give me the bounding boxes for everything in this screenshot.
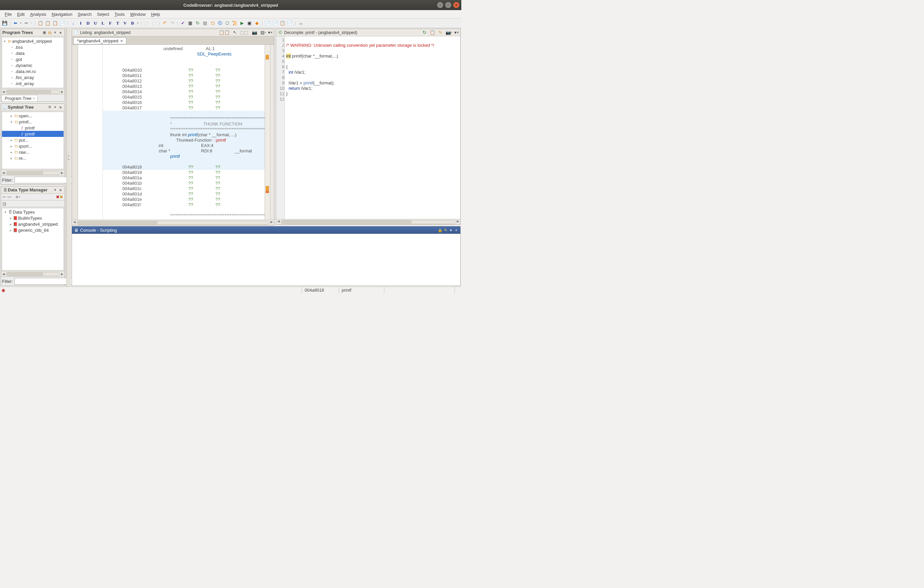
script-icon[interactable]: 📜 [231, 20, 238, 26]
program-trees-tree[interactable]: ▾🗁angbandv4_stripped ▫.bss▫.data▫.got▫.d… [2, 37, 64, 88]
nav-back-icon[interactable]: ⬅ [12, 20, 19, 26]
nav-back-dropdown-icon[interactable]: ▾ [20, 20, 22, 26]
listing-code[interactable]: undefinedAL:1SDL_PeepEvents 004a8010????… [103, 45, 265, 220]
listing-copy-icon[interactable]: 📋 [219, 30, 224, 35]
notes3-icon[interactable]: 📋 [279, 20, 286, 26]
window-close-button[interactable]: × [453, 2, 459, 8]
graph-icon[interactable]: ⬡ [224, 20, 231, 26]
chip-icon[interactable]: ▦ [187, 20, 194, 26]
refresh-icon[interactable]: ↻ [194, 20, 201, 26]
menu-analysis[interactable]: Analysis [27, 11, 49, 18]
arrow-down-icon[interactable]: ↓ [70, 20, 77, 26]
dtm-fwd-icon[interactable]: ➡ [7, 195, 11, 200]
tree-section[interactable]: ▫.init_array [2, 80, 64, 86]
dtm-list-icon[interactable]: ▤ [2, 201, 7, 206]
symbol-tree[interactable]: ▸🗀open...▾🗀printf...ƒprintfƒprintf▸🗀put.… [2, 112, 64, 169]
program-trees-btn2-icon[interactable]: 🗀 [47, 30, 53, 35]
letter-d-icon[interactable]: D [85, 20, 91, 26]
program-tree-tab[interactable]: Program Tree× [2, 95, 38, 102]
tree-section[interactable]: ▫.data [2, 50, 64, 56]
folder-icon[interactable]: 🗀 [209, 20, 216, 26]
letter-f-icon[interactable]: F [107, 20, 114, 26]
letter-l-icon[interactable]: L [99, 20, 106, 26]
symbol-folder[interactable]: ▾🗀printf... [2, 119, 64, 125]
letter-t-icon[interactable]: T [114, 20, 121, 26]
menu-file[interactable]: File [2, 11, 15, 18]
copy-icon[interactable]: 📋 [37, 20, 44, 26]
dtm-x2-icon[interactable]: ✖ [59, 195, 63, 200]
dtm-back-icon[interactable]: ⬅ [2, 195, 6, 200]
class-icon[interactable]: Ⓒ [216, 20, 223, 26]
listing-hscroll[interactable]: ◀▶ [72, 220, 274, 225]
dtm-hscroll[interactable]: ◀▶ [1, 271, 64, 276]
letter-v-icon[interactable]: V [122, 20, 129, 26]
decompile-close-icon[interactable]: × [456, 30, 459, 35]
decompile-refresh-icon[interactable]: ↻ [422, 30, 426, 35]
paste-special-icon[interactable]: 📋 [52, 20, 58, 26]
page-icon[interactable]: 📄 [59, 20, 66, 26]
notes-icon[interactable]: 📄 [264, 20, 271, 26]
console-body[interactable] [72, 234, 460, 286]
symbol-tree-hscroll[interactable]: ◀▶ [1, 170, 64, 175]
letter-u-icon[interactable]: U [92, 20, 99, 26]
dtm-item[interactable]: ▸📕generic_clib_64 [2, 227, 64, 233]
table-icon[interactable]: ▤ [202, 20, 208, 26]
check-icon[interactable]: ✔ [180, 20, 186, 26]
paste-icon[interactable]: 📋 [45, 20, 51, 26]
nav-forward-dropdown-icon[interactable]: ▾ [30, 20, 33, 26]
window-minimize-button[interactable]: – [437, 2, 443, 8]
console-edit-icon[interactable]: ✎ [443, 227, 448, 233]
menu-select[interactable]: Select [94, 11, 112, 18]
listing-file-tab-close-icon[interactable]: × [120, 38, 123, 43]
symbol-folder[interactable]: ▸🗀raw... [2, 149, 64, 155]
tree-section[interactable]: ▫.got [2, 56, 64, 62]
symbol-tree-btn1-icon[interactable]: ⚙ [47, 105, 53, 110]
program-trees-btn1-icon[interactable]: ▣ [42, 30, 47, 35]
program-tree-tab-close-icon[interactable]: × [33, 97, 35, 100]
listing-diff2-icon[interactable]: ⬚ [244, 30, 248, 35]
nav-forward-icon[interactable]: ➡ [23, 20, 30, 26]
symbol-folder[interactable]: ▸🗀put... [2, 137, 64, 143]
tree-section[interactable]: ▫.eh_frame [2, 86, 64, 88]
listing-cursor-icon[interactable]: ↖ [233, 30, 237, 35]
menu-navigation[interactable]: Navigation [49, 11, 75, 18]
listing-fields-icon[interactable]: ▤ [261, 30, 265, 35]
listing-file-tab[interactable]: *angbandv4_stripped × [73, 37, 126, 45]
save-icon[interactable]: 💾 [2, 20, 8, 26]
dtm-dropdown-icon[interactable]: ▾ [53, 187, 58, 193]
dtm-x1-icon[interactable]: ✖ [56, 195, 59, 200]
symbol-folder[interactable]: ▸🗀open... [2, 113, 64, 119]
monitor-icon[interactable]: ▣ [246, 20, 253, 26]
dtm-filter-input[interactable] [15, 278, 74, 284]
dtm-item[interactable]: ▸📕angbandv4_stripped [2, 221, 64, 227]
symbol-tree-close-icon[interactable]: × [58, 105, 63, 110]
play-icon[interactable]: ▶ [239, 20, 246, 26]
symbol-tree-btn2-icon[interactable]: ▾ [53, 105, 58, 110]
undo-icon[interactable]: ↶ [162, 20, 168, 26]
tree-section[interactable]: ▫.data.rel.ro [2, 68, 64, 74]
cloud-icon[interactable]: ☁ [297, 20, 304, 26]
redo-block-icon[interactable]: ⬚ [151, 20, 157, 26]
dtm-filter-icon[interactable]: ⚛ [15, 195, 19, 200]
bookmark-icon[interactable]: ◆ [254, 20, 260, 26]
console-menu-icon[interactable]: ▾ [448, 227, 454, 233]
menu-window[interactable]: Window [127, 11, 148, 18]
symbol-fn[interactable]: ƒprintf [2, 125, 64, 131]
menu-help[interactable]: Help [148, 11, 163, 18]
dtm-tree[interactable]: ▾🗄Data Types ▸📕BuiltInTypes▸📕angbandv4_s… [2, 208, 64, 271]
listing-close-icon[interactable]: × [270, 30, 273, 35]
decompile-camera-icon[interactable]: 📷 [446, 30, 451, 35]
symbol-fn[interactable]: ƒprintf [2, 131, 64, 137]
listing-diff1-icon[interactable]: ⬚ [240, 30, 244, 35]
dtm-item[interactable]: ▸📕BuiltInTypes [2, 215, 64, 221]
notes2-icon[interactable]: 📄 [272, 20, 279, 26]
redo-icon[interactable]: ↷ [169, 20, 175, 26]
listing-camera-icon[interactable]: 📷 [252, 30, 257, 35]
letter-i-icon[interactable]: I [78, 20, 84, 26]
decompile-copy-icon[interactable]: 📋 [430, 30, 435, 35]
listing-vscroll[interactable] [270, 45, 274, 220]
tree-section[interactable]: ▫.bss [2, 44, 64, 50]
decompile-code[interactable]: /* WARNING: Unknown calling convention y… [285, 36, 460, 219]
menu-search[interactable]: Search [75, 11, 94, 18]
tree-section[interactable]: ▫.fini_array [2, 74, 64, 80]
